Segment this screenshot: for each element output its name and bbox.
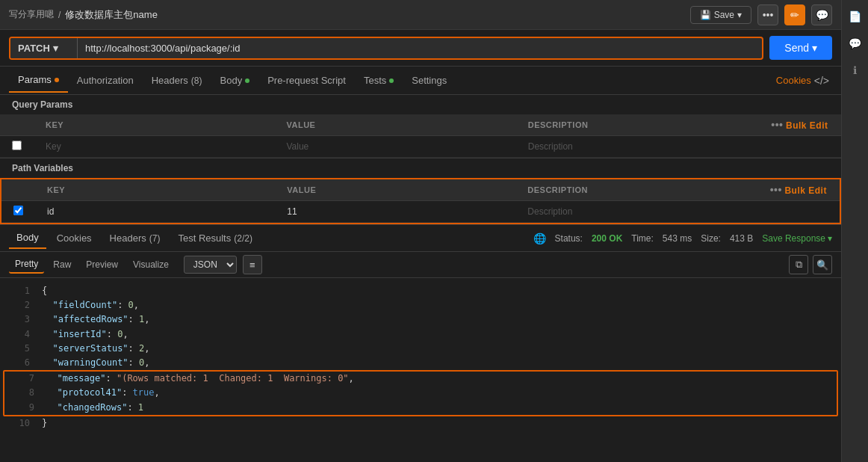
globe-icon: 🌐 [533, 232, 546, 244]
info-icon[interactable]: ℹ [845, 60, 866, 81]
response-status-area: 🌐 Status: 200 OK Time: 543 ms Size: 413 … [533, 232, 832, 244]
response-tabs-row: Body Cookies Headers (7) Test Results (2… [0, 225, 841, 252]
tests-dot [389, 78, 394, 83]
code-line-10: 10 } [0, 416, 841, 431]
pv-th-key: KEY [35, 179, 275, 201]
line-content-6: "warningCount": 0, [42, 356, 835, 370]
method-chevron: ▾ [53, 43, 58, 54]
pv-checkbox[interactable] [13, 206, 23, 215]
response-area: Body Cookies Headers (7) Test Results (2… [0, 224, 841, 462]
format-btn-visualize[interactable]: Visualize [127, 256, 175, 273]
code-line-1: 1 { [0, 284, 841, 298]
tab-params[interactable]: Params [9, 68, 68, 93]
response-tab-headers-label: Headers [110, 232, 146, 244]
line-num-1: 1 [6, 284, 30, 298]
line-content-5: "serverStatus": 2, [42, 342, 835, 356]
line-content-2: "fieldCount": 0, [42, 298, 835, 312]
line-num-8: 8 [10, 386, 34, 400]
search-icon: 🔍 [816, 259, 828, 271]
tab-authorization[interactable]: Authorization [68, 69, 143, 92]
response-tab-headers[interactable]: Headers (7) [102, 228, 168, 248]
cookies-link[interactable]: Cookies [776, 75, 811, 86]
response-tab-test-results[interactable]: Test Results (2/2) [170, 228, 260, 248]
method-text: PATCH [18, 43, 50, 54]
save-button[interactable]: 💾 Save ▾ [690, 6, 751, 24]
json-val-9: 1 [138, 402, 143, 413]
qp-th-check [0, 114, 34, 136]
json-key-6: "warningCount" [52, 357, 128, 368]
send-button[interactable]: Send ▾ [769, 36, 832, 60]
tab-body-label: Body [220, 75, 243, 86]
code-line-8: 8 "protocol41": true, [4, 386, 837, 400]
qp-th-desc: DESCRIPTION [516, 114, 760, 136]
line-num-3: 3 [6, 312, 30, 327]
qp-row-key[interactable]: Key [34, 136, 274, 158]
breadcrumb: 写分享用嗯 / 修改数据库主包name [9, 8, 684, 22]
response-tab-body[interactable]: Body [9, 227, 46, 249]
comment-icon[interactable]: 💬 [845, 33, 866, 54]
qp-more-icon[interactable]: ••• [771, 119, 783, 131]
json-val-8: true [133, 387, 155, 398]
save-icon: 💾 [700, 10, 711, 20]
pv-row-value[interactable]: 11 [275, 201, 515, 223]
tab-tests[interactable]: Tests [355, 69, 403, 92]
filter-icon-btn[interactable]: ≡ [243, 255, 262, 274]
qp-bulk-edit[interactable]: Bulk Edit [786, 120, 828, 131]
pv-row-key[interactable]: id [35, 201, 275, 223]
code-icon[interactable]: </> [811, 72, 832, 90]
path-vars-highlighted: KEY VALUE DESCRIPTION ••• Bulk Edit [0, 178, 841, 224]
format-btn-raw[interactable]: Raw [47, 256, 77, 273]
chat-button[interactable]: 💬 [811, 4, 832, 25]
time-value: 543 ms [663, 233, 692, 244]
tab-headers-count: (8) [191, 76, 202, 86]
code-line-7: 7 "message": "(Rows matched: 1 Changed: … [4, 372, 837, 386]
json-key-8: "protocol41" [57, 387, 122, 398]
response-tab-body-label: Body [16, 232, 39, 243]
qp-row-value[interactable]: Value [274, 136, 515, 158]
more-button[interactable]: ••• [757, 4, 778, 25]
line-content-1: { [42, 284, 835, 298]
pv-more-icon[interactable]: ••• [770, 184, 782, 196]
pv-row-actions [758, 201, 840, 223]
pencil-button[interactable]: ✏ [784, 4, 805, 25]
pv-th-check [1, 179, 35, 201]
search-btn[interactable]: 🔍 [813, 255, 832, 274]
format-btn-preview[interactable]: Preview [80, 256, 124, 273]
qp-checkbox[interactable] [12, 141, 22, 150]
response-tab-cookies[interactable]: Cookies [49, 228, 99, 248]
tab-headers[interactable]: Headers (8) [143, 69, 211, 92]
size-label: Size: [701, 233, 721, 244]
format-toolbar: Pretty Raw Preview Visualize JSON XML HT… [0, 252, 841, 278]
format-type-select[interactable]: JSON XML HTML Text [184, 256, 237, 274]
pv-bulk-edit[interactable]: Bulk Edit [784, 185, 827, 196]
pv-row-desc[interactable]: Description [515, 201, 757, 223]
code-area[interactable]: 1 { 2 "fieldCount": 0, 3 "affectedRows":… [0, 278, 841, 462]
save-chevron: ▾ [737, 10, 742, 20]
qp-th-value: VALUE [274, 114, 515, 136]
tab-tests-label: Tests [364, 75, 386, 86]
colon-2: : [117, 300, 128, 310]
body-dot [245, 78, 249, 83]
format-btn-pretty[interactable]: Pretty [9, 256, 44, 274]
line-num-9: 9 [10, 401, 34, 415]
save-response-button[interactable]: Save Response ▾ [762, 233, 832, 244]
tab-headers-label: Headers [152, 75, 188, 86]
send-chevron: ▾ [812, 42, 817, 54]
code-line-6: 6 "warningCount": 0, [0, 356, 841, 370]
request-tabs-row: Params Authorization Headers (8) Body Pr… [0, 67, 841, 95]
json-key-3: "affectedRows" [52, 314, 128, 324]
top-bar-actions: 💾 Save ▾ ••• ✏ 💬 [690, 4, 832, 25]
method-selector[interactable]: PATCH ▾ [10, 38, 78, 58]
copy-btn[interactable]: ⧉ [789, 255, 808, 274]
tab-body[interactable]: Body [211, 69, 259, 92]
code-line-4: 4 "insertId": 0, [0, 327, 841, 342]
tab-pre-request[interactable]: Pre-request Script [258, 69, 355, 92]
json-key-4: "insertId" [52, 329, 106, 339]
qp-row-desc[interactable]: Description [516, 136, 760, 158]
qp-th-actions: ••• Bulk Edit [759, 114, 841, 136]
tab-settings[interactable]: Settings [403, 69, 456, 92]
doc-icon[interactable]: 📄 [845, 6, 866, 27]
comma-2: , [134, 300, 139, 310]
url-input[interactable] [78, 38, 762, 58]
more-icon: ••• [763, 9, 774, 21]
